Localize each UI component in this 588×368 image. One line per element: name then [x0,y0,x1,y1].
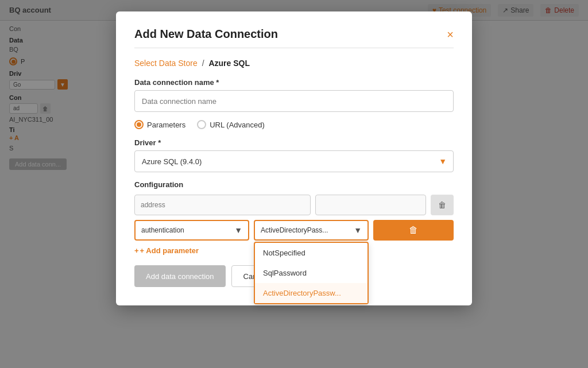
auth-value-text: ActiveDirectoryPass... [261,226,328,234]
modal-dialog: Add New Data Connection × Select Data St… [116,11,472,305]
auth-trash-icon: 🗑 [409,225,418,235]
address-row-delete-button[interactable]: 🗑 [431,195,454,215]
url-radio[interactable]: URL (Advanced) [197,120,265,129]
driver-value: Azure SQL (9.4.0) [142,157,202,166]
url-label: URL (Advanced) [210,121,265,129]
driver-label: Driver * [134,138,454,147]
auth-value-wrapper[interactable]: ActiveDirectoryPass... ▼ NotSpecified Sq… [254,220,369,241]
breadcrumb-separator: / [202,59,204,68]
modal-title: Add New Data Connection [134,28,278,41]
modal-close-button[interactable]: × [447,29,454,40]
driver-select-wrapper: Azure SQL (9.4.0) ▼ [134,150,454,172]
auth-row-delete-button[interactable]: 🗑 [373,220,454,241]
driver-select[interactable]: Azure SQL (9.4.0) [134,150,454,172]
trash-icon: 🗑 [438,200,446,210]
auth-row: authentication ▼ ActiveDirectoryPass... … [134,220,454,241]
parameters-radio[interactable]: Parameters [134,120,185,129]
dropdown-item-notspecified[interactable]: NotSpecified [255,243,368,263]
configuration-label: Configuration [134,180,454,189]
auth-dropdown-popup: NotSpecified SqlPassword ActiveDirectory… [254,242,369,304]
modal-backdrop: Add New Data Connection × Select Data St… [0,0,588,368]
address-input[interactable] [134,195,311,215]
parameters-radio-circle [134,120,144,129]
auth-key-value: authentication [141,226,184,234]
modal-header: Add New Data Connection × [134,28,454,41]
modal-divider [134,48,454,48]
add-parameter-label: + Add parameter [140,246,199,255]
dropdown-item-sqlpassword[interactable]: SqlPassword [255,263,368,283]
add-data-connection-button[interactable]: Add data connection [134,265,226,287]
port-input[interactable] [315,195,426,215]
breadcrumb-link[interactable]: Select Data Store [134,59,198,68]
address-row: 🗑 [134,195,454,215]
auth-key-wrapper: authentication ▼ [134,220,249,241]
name-input[interactable] [134,90,454,112]
parameters-label: Parameters [147,121,185,129]
auth-key-select[interactable]: authentication [134,220,249,241]
name-label: Data connection name * [134,78,454,87]
url-radio-circle [197,120,206,129]
dropdown-item-activedirectory[interactable]: ActiveDirectoryPassw... [255,283,368,303]
auth-value-select[interactable]: ActiveDirectoryPass... [254,220,369,241]
connection-type-group: Parameters URL (Advanced) [134,120,454,129]
breadcrumb-current: Azure SQL [208,59,250,68]
plus-icon: + [134,246,139,255]
breadcrumb: Select Data Store / Azure SQL [134,59,454,68]
